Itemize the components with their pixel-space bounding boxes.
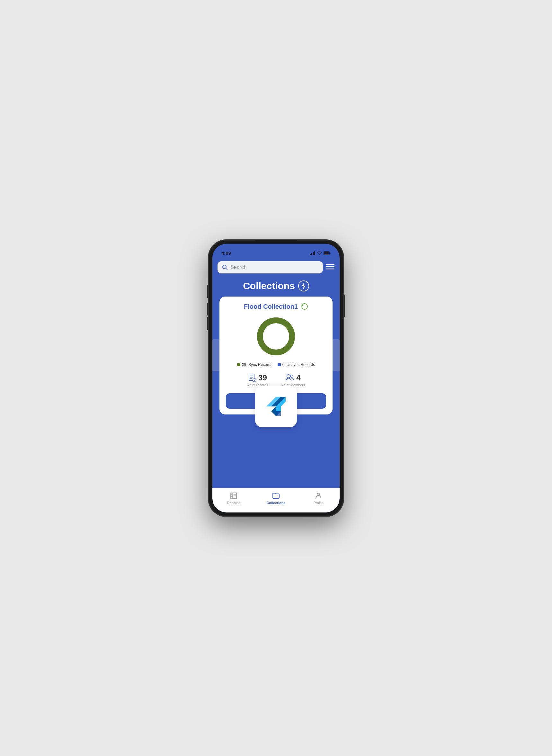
- svg-point-16: [287, 374, 290, 378]
- svg-point-17: [290, 375, 293, 377]
- records-nav-label: Records: [227, 501, 240, 505]
- search-area: Search: [213, 258, 339, 277]
- phone-screen: 4:09: [213, 244, 339, 512]
- scroll-right-indicator: [332, 339, 339, 371]
- members-count: 4: [296, 373, 300, 382]
- flutter-logo: [263, 394, 289, 419]
- svg-point-27: [317, 493, 320, 496]
- donut-chart-wrapper: [226, 315, 326, 357]
- records-stat: + 39 No of records: [247, 373, 268, 387]
- records-icon: +: [248, 374, 256, 382]
- legend-sync: 39 Sync Records: [237, 362, 272, 367]
- members-stat: 4 No of Members: [281, 373, 305, 387]
- search-box[interactable]: Search: [218, 261, 323, 273]
- sync-dot: [237, 363, 240, 366]
- svg-marker-22: [276, 411, 281, 416]
- signal-icon: [310, 251, 315, 255]
- collections-nav-icon: [272, 492, 280, 500]
- unsync-records-label: 0 Unsync Records: [282, 362, 315, 367]
- search-placeholder: Search: [230, 265, 247, 270]
- svg-text:+: +: [254, 380, 255, 382]
- nav-records[interactable]: Records: [224, 492, 243, 505]
- wifi-icon: [317, 251, 322, 255]
- page-title: Collections: [213, 281, 339, 291]
- nav-profile[interactable]: Profile: [309, 492, 328, 505]
- records-count: 39: [258, 373, 267, 382]
- profile-nav-label: Profile: [313, 501, 323, 505]
- status-time: 4:09: [222, 250, 231, 256]
- sync-records-label: 39 Sync Records: [242, 362, 272, 367]
- search-icon: [222, 265, 228, 270]
- battery-icon: [323, 251, 330, 255]
- chart-legend: 39 Sync Records 0 Unsync Records: [226, 362, 326, 367]
- nav-collections[interactable]: Collections: [266, 492, 286, 505]
- profile-nav-icon: [314, 492, 322, 500]
- legend-unsync: 0 Unsync Records: [278, 362, 315, 367]
- phone-frame: 4:09: [209, 240, 343, 516]
- svg-point-9: [260, 320, 292, 352]
- collections-nav-label: Collections: [266, 501, 285, 505]
- sync-bolt-icon: [298, 281, 309, 291]
- svg-rect-23: [231, 493, 233, 495]
- svg-line-3: [226, 268, 228, 270]
- status-bar: 4:09: [213, 244, 339, 258]
- refresh-icon[interactable]: [301, 303, 308, 310]
- phone-wrapper: 4:09: [209, 240, 343, 516]
- bottom-nav: Records Collections Profile: [213, 488, 339, 512]
- menu-icon[interactable]: [326, 264, 334, 271]
- svg-rect-1: [324, 252, 329, 255]
- flutter-logo-overlay: [255, 386, 297, 427]
- donut-chart: [255, 315, 297, 357]
- collection-card: Flood Collection1: [220, 297, 332, 415]
- collection-name: Flood Collection1: [244, 303, 298, 310]
- card-title-row: Flood Collection1: [226, 303, 326, 310]
- unsync-dot: [278, 363, 281, 366]
- members-icon: [285, 374, 294, 382]
- main-area: Flood Collection1: [213, 297, 339, 415]
- status-icons: [310, 251, 331, 255]
- page-title-area: Collections: [213, 277, 339, 297]
- scroll-left-indicator: [213, 339, 220, 371]
- records-nav-icon: [230, 492, 238, 500]
- stats-row: + 39 No of records: [226, 373, 326, 387]
